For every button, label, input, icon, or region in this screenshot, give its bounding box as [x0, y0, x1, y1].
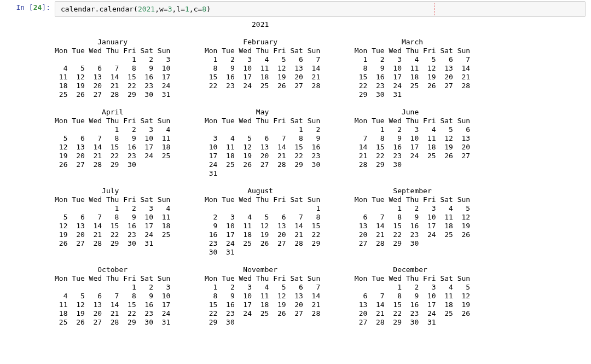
- code-eq-1: =: [164, 5, 168, 13]
- prompt-close-bracket: ]:: [42, 3, 50, 11]
- prompt-in-label: In: [16, 3, 28, 11]
- code-key-l: l: [176, 5, 181, 13]
- code-val-w: 3: [168, 5, 172, 13]
- prompt-exec-count: 24: [33, 3, 42, 11]
- code-paren-open: (: [134, 5, 138, 13]
- prompt-open-bracket: [: [29, 3, 33, 11]
- input-area: calendar.calendar(2021,w=3,l=1,c=8): [55, 0, 591, 19]
- notebook-cell: In [24]: calendar.calendar(2021,w=3,l=1,…: [0, 0, 591, 19]
- code-comma-1: ,: [155, 5, 159, 13]
- code-func: calendar.calendar: [61, 5, 134, 13]
- ruler-line: [434, 3, 434, 15]
- calendar-output-text: 2021 January February March Mon Tue Wed …: [55, 20, 591, 327]
- code-val-l: 1: [185, 5, 189, 13]
- code-eq-2: =: [181, 5, 185, 13]
- code-input[interactable]: calendar.calendar(2021,w=3,l=1,c=8): [55, 1, 586, 17]
- output-area: 2021 January February March Mon Tue Wed …: [0, 20, 591, 327]
- input-prompt: In [24]:: [0, 0, 55, 11]
- code-comma-3: ,: [189, 5, 194, 13]
- code-val-c: 8: [202, 5, 206, 13]
- code-key-w: w: [159, 5, 164, 13]
- code-arg-year: 2021: [138, 5, 155, 13]
- code-paren-close: ): [206, 5, 211, 13]
